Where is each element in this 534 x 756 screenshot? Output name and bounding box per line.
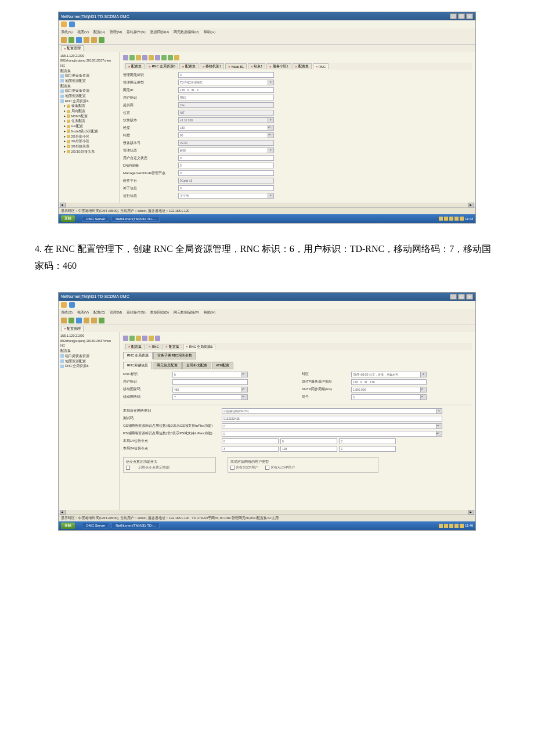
subtab[interactable]: 业务子类RBC相关参数 [153,352,196,359]
maximize-icon[interactable]: □ [458,294,465,300]
scroll-left[interactable]: ◄ [60,510,66,514]
tray-icon[interactable] [444,524,448,528]
tab-close-icon[interactable]: × [203,65,204,69]
dropdown-icon[interactable]: ▾ [268,148,273,153]
content-tab[interactable]: ×配置集 [293,63,312,69]
spinner-icon[interactable]: ▴▾ [268,125,273,130]
menu-station[interactable]: 基站操作(N) [127,310,145,315]
field-input[interactable]: 0 [178,170,274,176]
tab-close-icon[interactable]: × [128,65,130,69]
tree-item[interactable]: ▸ 3G邻接关系 [60,144,117,149]
content-icon[interactable] [123,336,128,341]
content-tab[interactable]: ×服务小区1 [266,63,291,69]
spinner-icon[interactable]: ▴▾ [436,424,442,429]
field-input[interactable]: RNC [178,95,274,100]
menu-config[interactable]: 配置(C) [93,310,105,315]
checkbox[interactable] [230,466,234,470]
menu-manage[interactable]: 管理(M) [110,30,122,35]
taskbar-item[interactable]: NetNumen(TM)N31 TD-... [111,523,160,528]
toolbar-icon[interactable] [91,318,97,323]
sp24-seg[interactable]: 2 [339,446,396,452]
menu-sync[interactable]: 数据同步(D) [150,30,169,35]
tree-item[interactable]: ▸ 2G/3G邻接关系 [60,149,117,154]
menu-help[interactable]: 帮助(H) [204,30,215,35]
tray-icon[interactable] [439,217,443,221]
maximize-icon[interactable]: □ [458,13,465,19]
toolbar-icon[interactable] [76,37,82,43]
tree-item[interactable]: ▸ 任务配置 [60,119,117,124]
close-icon[interactable]: × [466,294,473,300]
tab-close-icon[interactable]: × [251,65,252,69]
field-input[interactable]: 0132333435 [222,416,442,422]
tree-item[interactable]: 地面资源配置 [60,94,117,99]
field-input[interactable]: 460▴▾ [172,387,248,393]
content-tab[interactable]: ×配置集 [125,344,145,350]
tree-item[interactable]: NC [60,63,117,69]
tree-item[interactable]: 802zhangjiuqiang 2013010537chen [60,339,117,344]
tree-item[interactable]: ▸ 3G外部小区 [60,139,117,145]
content-icon[interactable] [123,55,128,60]
toolbar-icon[interactable] [68,318,74,323]
sp24-seg[interactable]: 108 [280,446,337,452]
content-tab[interactable]: ×Node B1 [225,63,247,69]
field-input[interactable]: GMT+08:00 北京，香港，乌鲁木齐▾ [351,372,427,377]
content-tab[interactable]: ×站点1 [248,63,265,69]
tree-item[interactable]: 配置集 [60,84,117,89]
field-input[interactable]: 中国移动网(CMCN)▾ [222,408,442,414]
content-tab[interactable]: ×RNC 全局资源6 [146,63,178,69]
field-input[interactable]: TD RNC管理网元▾ [178,80,274,85]
toolbar-icon[interactable] [99,318,104,323]
subtab[interactable]: 全局补充配置 [182,362,211,369]
spinner-icon[interactable]: ▴▾ [268,133,273,138]
menu-help[interactable]: 帮助(H) [204,310,215,315]
field-input[interactable]: 0▴▾ [222,423,442,429]
content-icon[interactable] [149,55,154,60]
content-icon[interactable] [168,55,173,60]
start-button[interactable]: 开始 [61,215,75,222]
tab-close-icon[interactable]: × [149,65,150,69]
checkbox[interactable] [265,466,269,470]
spinner-icon[interactable]: ▴▾ [436,431,442,436]
field-input[interactable]: 6▴▾ [351,394,427,400]
field-input[interactable]: 1,800,000▴▾ [351,387,427,393]
field-input[interactable]: 解锁▾ [178,147,274,153]
content-tab[interactable]: ×移植机架1 [200,63,224,69]
field-input[interactable]: 128 . 0 . 31 . 138 [351,379,427,385]
content-tab[interactable]: ×配置集 [163,344,182,350]
toolbar-icon[interactable] [99,37,104,43]
tree-item[interactable]: 配置集 [60,69,117,74]
home-icon[interactable] [61,302,67,308]
content-tab[interactable]: ×RNC [313,63,329,69]
menu-view[interactable]: 视图(V) [77,30,89,35]
tree-item[interactable]: 168.1.120.21090 [60,53,117,59]
field-input[interactable]: 128 . 0 . 31 . 6 [178,87,274,93]
tab-close-icon[interactable]: × [149,345,150,348]
tab-close-icon[interactable]: × [269,65,271,69]
content-icon[interactable] [136,55,141,60]
panel-tab[interactable]: ×配置管理 [61,326,84,332]
field-input[interactable]: 0 [178,155,274,161]
tree-item[interactable]: 地面资源配置 [60,78,117,84]
subtab[interactable]: ATM配置 [212,362,233,369]
tray-icon[interactable] [449,524,453,528]
menu-system[interactable]: 系统(S) [61,310,73,315]
dropdown-icon[interactable]: ▾ [420,372,426,377]
tray-icon[interactable] [454,217,459,221]
content-tab[interactable]: ×RNC 全局资源6 [183,344,216,350]
field-input[interactable]: V2.00 [178,140,274,146]
toolbar-icon[interactable] [84,37,89,43]
field-input[interactable]: 0 [178,163,274,168]
tree-item[interactable]: 168.1.120.21090 [60,334,117,339]
scroll-right[interactable]: ► [468,203,474,207]
field-input[interactable] [172,379,248,385]
tab-close-icon[interactable]: × [295,65,297,69]
minimize-icon[interactable]: _ [450,13,457,19]
field-input[interactable]: Cte [178,102,274,108]
tab-close-icon[interactable]: × [182,65,184,69]
menu-station[interactable]: 基站操作(N) [127,30,145,35]
content-icon[interactable] [149,336,154,341]
sp24-seg[interactable]: 3 [222,446,279,452]
spinner-icon[interactable]: ▴▾ [241,372,247,377]
sp14-seg[interactable]: 0 [280,438,337,444]
content-tab[interactable]: ×配置集 [179,63,199,69]
